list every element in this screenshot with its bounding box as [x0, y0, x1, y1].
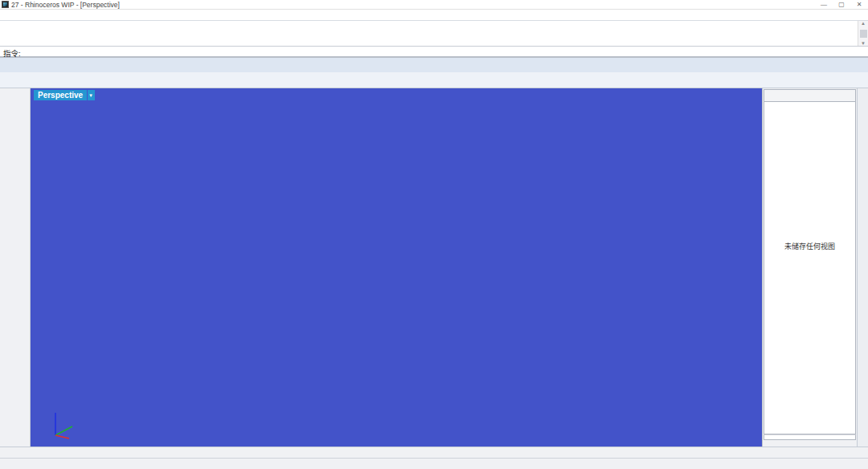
viewport-title[interactable]: Perspective: [34, 90, 87, 100]
scroll-thumb[interactable]: [860, 30, 867, 38]
osnap-bar: [0, 447, 868, 458]
named-views-panel: 未储存任何视图: [762, 88, 857, 447]
perspective-viewport[interactable]: Perspective ▾: [31, 88, 762, 447]
command-prompt[interactable]: 指令:: [0, 47, 868, 58]
close-button[interactable]: ✕: [850, 0, 868, 9]
title-bar: 27 - Rhinoceros WIP - [Perspective] — ▢ …: [0, 0, 868, 10]
named-views-list[interactable]: 未储存任何视图: [764, 102, 856, 434]
viewport-menu-caret-icon[interactable]: ▾: [88, 90, 95, 100]
empty-views-text: 未储存任何视图: [764, 241, 855, 251]
cplane-axis-gizmo: [43, 403, 80, 442]
scroll-up-icon[interactable]: ▲: [861, 21, 866, 26]
menu-bar: [0, 10, 868, 21]
minimize-button[interactable]: —: [815, 0, 833, 9]
named-views-options: [764, 434, 856, 440]
left-toolbox: [0, 88, 31, 447]
command-scrollbar[interactable]: ▲ ▼: [858, 21, 868, 46]
maximize-button[interactable]: ▢: [833, 0, 850, 9]
app-icon: [2, 1, 9, 8]
rhino-window: 27 - Rhinoceros WIP - [Perspective] — ▢ …: [0, 0, 868, 469]
status-bar: [0, 458, 868, 469]
window-title: 27 - Rhinoceros WIP - [Perspective]: [11, 1, 120, 9]
panel-footer: [763, 440, 857, 447]
panel-tab-strip: [857, 88, 868, 447]
viewport-scene: [31, 88, 762, 447]
main-toolbar: [0, 72, 868, 88]
scroll-down-icon[interactable]: ▼: [861, 41, 866, 46]
command-history: ▲ ▼: [0, 21, 868, 47]
toolbar-tab-strip: [0, 58, 868, 72]
named-views-toolbar: [764, 89, 856, 102]
